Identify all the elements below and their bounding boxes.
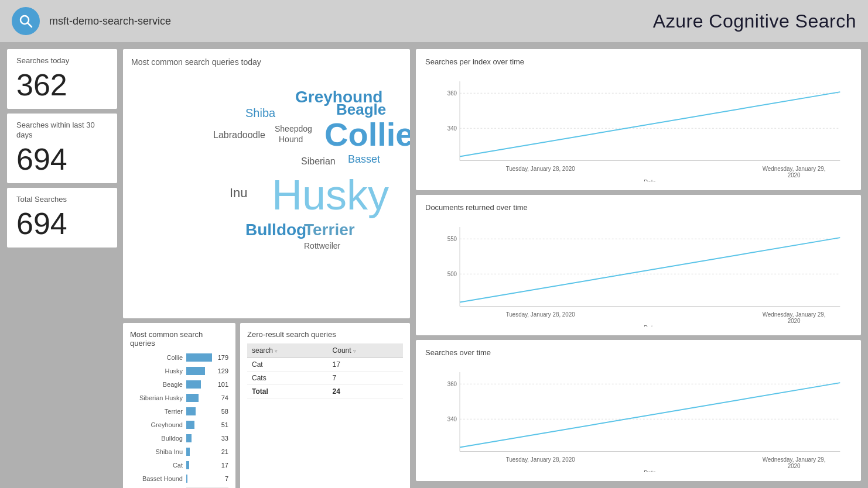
bar-row: Husky129: [130, 366, 228, 376]
svg-text:Wednesday, January 29,: Wednesday, January 29,: [763, 456, 826, 463]
zero-result-title: Zero-result search queries: [247, 330, 403, 339]
bar-row: Shiba Inu21: [130, 446, 228, 457]
word-inu: Inu: [230, 185, 248, 201]
logo-icon: [12, 7, 40, 35]
search-cell: Cat: [247, 358, 328, 372]
searches-30days-label: Searches within last 30 days: [16, 121, 108, 140]
bar-value: 101: [218, 381, 228, 388]
bar-row: Collie179: [130, 352, 228, 363]
searches-30days-card: Searches within last 30 days 694: [7, 114, 117, 183]
total-label: Total: [247, 385, 328, 398]
main-content: Searches today 362 Searches within last …: [0, 42, 868, 488]
word-hound: Hound: [279, 135, 303, 144]
header-left: msft-demo-search-service: [12, 7, 171, 35]
svg-text:Date: Date: [644, 324, 656, 327]
searches-per-index-title: Searches per index over time: [425, 57, 852, 66]
svg-text:Date: Date: [644, 179, 656, 181]
word-shiba: Shiba: [245, 106, 275, 120]
bottom-row: Most common search queries Collie179Husk…: [123, 323, 410, 488]
zero-result-card: Zero-result search queries search ▿ Coun…: [240, 323, 410, 488]
searches-today-label: Searches today: [16, 56, 108, 66]
bar-row: Beagle101: [130, 379, 228, 390]
bar-label: Siberian Husky: [130, 394, 183, 401]
table-header-row: search ▿ Count ▿: [247, 343, 403, 358]
documents-returned-card: Documents returned over time Documents 5…: [416, 195, 861, 336]
right-column: Searches per index over time Count of se…: [416, 49, 861, 481]
bar-fill: [186, 394, 199, 402]
bar-label: Husky: [130, 367, 183, 374]
total-row: Total 24: [247, 385, 403, 398]
word-basset: Basset: [348, 153, 380, 166]
svg-line-1: [28, 23, 32, 27]
searches-over-time-title: Searches over time: [425, 348, 852, 357]
documents-returned-chart: Documents 550 500 Tuesday, January 28, 2…: [425, 215, 852, 327]
word-bulldog: Bulldog: [245, 221, 306, 239]
bar-value: 7: [225, 475, 228, 482]
bar-chart-card: Most common search queries Collie179Husk…: [123, 323, 235, 488]
svg-text:Tuesday, January 28, 2020: Tuesday, January 28, 2020: [506, 456, 575, 463]
bar-fill: [186, 421, 194, 429]
bar-row: Basset Hound7: [130, 473, 228, 484]
bar-label: Cat: [130, 462, 183, 469]
bar-chart-title: Most common search queries: [130, 330, 228, 348]
bar-fill: [186, 353, 212, 362]
zero-result-table: search ▿ Count ▿ Cat17Cats7: [247, 343, 403, 398]
bar-fill: [186, 434, 192, 442]
bar-fill: [186, 380, 201, 389]
svg-text:360: 360: [447, 381, 457, 387]
searches-over-time-chart: Count of search 360 340 Tuesday, January…: [425, 360, 852, 472]
bar-fill: [186, 367, 205, 375]
left-column: Searches today 362 Searches within last …: [7, 49, 117, 481]
svg-text:Wednesday, January 29,: Wednesday, January 29,: [763, 311, 826, 317]
word-sheepdog: Sheepdog: [275, 124, 312, 133]
count-cell: 7: [328, 372, 403, 385]
word-rottweiler: Rottweiler: [304, 241, 340, 250]
word-terrier: Terrier: [304, 221, 355, 239]
svg-text:Tuesday, January 28, 2020: Tuesday, January 28, 2020: [506, 311, 575, 317]
searches-over-time-card: Searches over time Count of search 360 3…: [416, 340, 861, 481]
word-husky: Husky: [272, 171, 389, 219]
search-cell: Cats: [247, 372, 328, 385]
col-search[interactable]: search ▿: [247, 343, 328, 358]
word-cloud-area: GreyhoundBeagleShibaSheepdogHoundLabrado…: [131, 71, 402, 288]
bar-value: 33: [221, 435, 228, 442]
word-collie: Collie: [324, 115, 410, 153]
table-row: Cat17: [247, 358, 403, 372]
bar-row: Bulldog33: [130, 433, 228, 444]
bar-row: Terrier58: [130, 406, 228, 417]
bar-value: 179: [218, 354, 228, 361]
total-searches-value: 694: [16, 207, 108, 240]
word-siberian: Siberian: [301, 156, 336, 167]
col-count[interactable]: Count ▿: [328, 343, 403, 358]
bar-fill: [186, 448, 190, 456]
bar-value: 129: [218, 367, 228, 374]
documents-returned-title: Documents returned over time: [425, 203, 852, 212]
svg-text:2020: 2020: [788, 317, 801, 324]
bar-value: 51: [221, 421, 228, 428]
bar-value: 21: [221, 448, 228, 455]
bar-row: Greyhound51: [130, 420, 228, 430]
svg-text:Wednesday, January 29,: Wednesday, January 29,: [763, 166, 826, 172]
svg-text:550: 550: [447, 236, 457, 242]
searches-per-index-chart: Count of search 360 340 Tuesday, January…: [425, 70, 852, 181]
service-name: msft-demo-search-service: [49, 15, 171, 28]
bar-value: 74: [221, 394, 228, 401]
svg-text:340: 340: [447, 417, 457, 423]
searches-today-card: Searches today 362: [7, 49, 117, 109]
bar-row: Cat17: [130, 460, 228, 470]
bar-label: Shiba Inu: [130, 448, 183, 455]
total-searches-card: Total Searches 694: [7, 188, 117, 248]
searches-per-index-card: Searches per index over time Count of se…: [416, 49, 861, 190]
middle-column: Most common search queries today Greyhou…: [123, 49, 410, 481]
bar-chart: Collie179Husky129Beagle101Siberian Husky…: [130, 352, 228, 484]
svg-text:340: 340: [447, 125, 457, 132]
bar-label: Terrier: [130, 408, 183, 415]
word-cloud-card: Most common search queries today Greyhou…: [123, 49, 410, 318]
svg-text:2020: 2020: [788, 463, 801, 469]
bar-row: Siberian Husky74: [130, 393, 228, 403]
word-labradoodle: Labradoodle: [213, 130, 265, 140]
table-row: Cats7: [247, 372, 403, 385]
bar-fill: [186, 461, 189, 469]
svg-text:Date: Date: [644, 470, 656, 472]
bar-label: Basset Hound: [130, 475, 183, 482]
